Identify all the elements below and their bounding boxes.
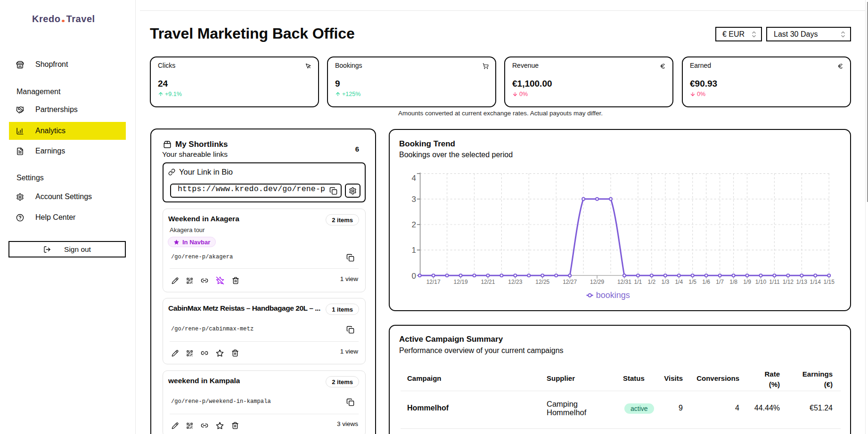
svg-text:1/7: 1/7: [716, 279, 724, 285]
svg-text:1/1: 1/1: [634, 279, 642, 285]
svg-text:1/10: 1/10: [755, 279, 767, 285]
svg-text:1/4: 1/4: [675, 279, 683, 285]
svg-text:12/17: 12/17: [426, 279, 441, 285]
svg-text:12/23: 12/23: [508, 279, 522, 285]
svg-text:4: 4: [412, 174, 416, 183]
svg-text:bookings: bookings: [596, 290, 630, 300]
svg-text:1/15: 1/15: [824, 279, 835, 285]
svg-text:12/31: 12/31: [617, 279, 631, 285]
svg-text:1/2: 1/2: [648, 279, 656, 285]
svg-text:1/14: 1/14: [810, 279, 821, 285]
svg-text:1/5: 1/5: [688, 279, 696, 285]
svg-text:1/11: 1/11: [769, 279, 780, 285]
svg-text:1/13: 1/13: [796, 279, 808, 285]
svg-text:1/6: 1/6: [702, 279, 710, 285]
svg-text:12/21: 12/21: [481, 279, 495, 285]
svg-text:3: 3: [412, 195, 416, 204]
svg-text:1/12: 1/12: [783, 279, 794, 285]
svg-text:1/9: 1/9: [743, 279, 751, 285]
svg-text:1/8: 1/8: [729, 279, 737, 285]
svg-text:1: 1: [412, 246, 416, 255]
svg-text:1/3: 1/3: [661, 279, 669, 285]
svg-text:12/25: 12/25: [535, 279, 549, 285]
svg-text:12/19: 12/19: [454, 279, 468, 285]
svg-text:12/27: 12/27: [563, 279, 577, 285]
svg-text:12/29: 12/29: [590, 279, 604, 285]
svg-text:2: 2: [412, 220, 416, 229]
svg-text:0: 0: [412, 272, 416, 281]
